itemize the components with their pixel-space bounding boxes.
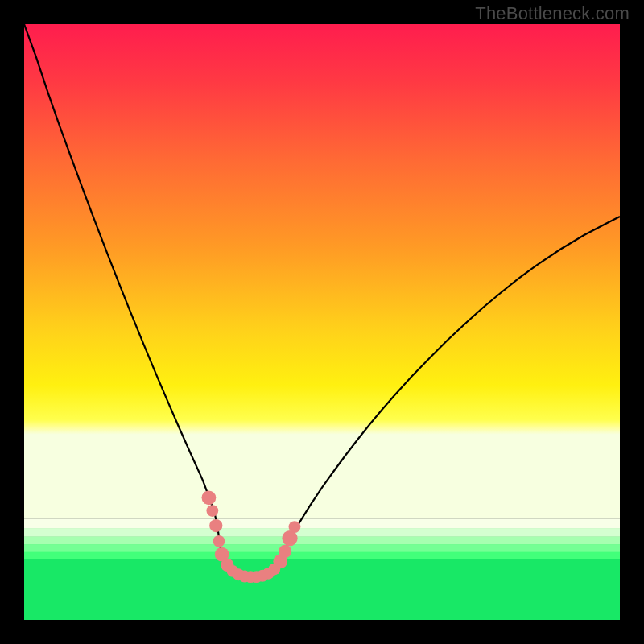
- plot-area: [24, 24, 620, 620]
- curve-marker: [289, 521, 301, 533]
- curve-marker: [206, 505, 218, 517]
- curve-marker: [279, 545, 291, 558]
- svg-rect-5: [24, 559, 620, 620]
- glow-bands: [24, 518, 620, 620]
- svg-rect-0: [24, 518, 620, 528]
- svg-rect-3: [24, 544, 620, 552]
- chart-svg: [24, 24, 620, 620]
- curve-marker: [213, 535, 225, 547]
- curve-marker: [209, 519, 222, 532]
- curve-marker: [202, 490, 217, 505]
- svg-rect-1: [24, 528, 620, 537]
- chart-frame: TheBottleneck.com: [0, 0, 644, 644]
- svg-rect-4: [24, 552, 620, 559]
- svg-rect-2: [24, 536, 620, 544]
- watermark-label: TheBottleneck.com: [475, 3, 630, 24]
